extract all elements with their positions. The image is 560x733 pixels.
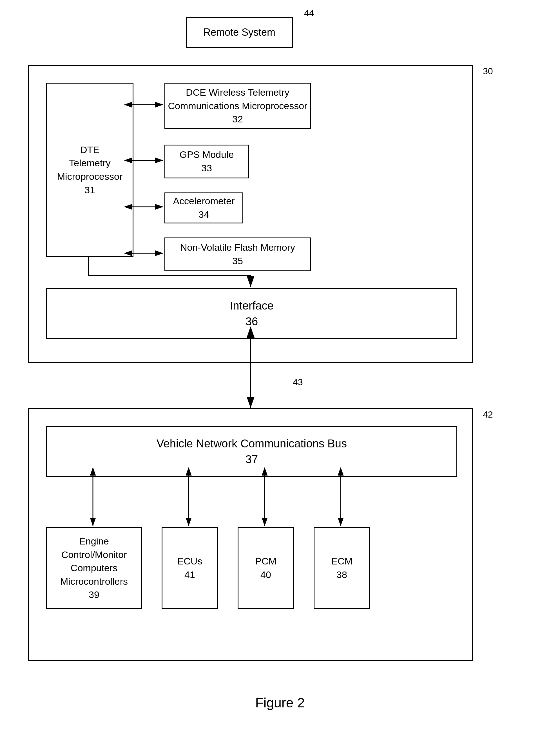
dce-line3: 32 (168, 113, 307, 126)
nvfm-box: Non-Volatile Flash Memory 35 (164, 238, 311, 271)
engine-label: Engine Control/Monitor Computers Microco… (60, 535, 128, 602)
dte-line2: Telemetry (57, 157, 122, 170)
nvfm-label: Non-Volatile Flash Memory 35 (180, 241, 295, 268)
pcm-line1: PCM (255, 555, 276, 568)
dce-box: DCE Wireless Telemetry Communications Mi… (164, 83, 311, 129)
remote-system-label: Remote System (203, 26, 275, 38)
pcm-line2: 40 (255, 568, 276, 582)
nvfm-line1: Non-Volatile Flash Memory (180, 241, 295, 254)
vnc-line1: Vehicle Network Communications Bus (157, 435, 347, 451)
gps-label: GPS Module 33 (180, 148, 234, 175)
dte-line4: 31 (57, 184, 122, 197)
accel-line2: 34 (173, 208, 235, 222)
ecm-label: ECM 38 (331, 555, 352, 581)
vnc-line2: 37 (157, 451, 347, 467)
engine-line2: Control/Monitor (60, 548, 128, 562)
accel-label: Accelerometer 34 (173, 195, 235, 221)
interface-box: Interface 36 (46, 288, 457, 339)
accel-box: Accelerometer 34 (164, 193, 243, 224)
label-43: 43 (293, 377, 303, 387)
dte-box: DTE Telemetry Microprocessor 31 (46, 83, 133, 257)
ecus-box: ECUs 41 (162, 527, 218, 609)
ecus-line2: 41 (177, 568, 202, 582)
dte-label: DTE Telemetry Microprocessor 31 (57, 143, 122, 197)
dte-line1: DTE (57, 143, 122, 157)
engine-line3: Computers (60, 561, 128, 575)
engine-box: Engine Control/Monitor Computers Microco… (46, 527, 142, 609)
vnc-label: Vehicle Network Communications Bus 37 (157, 435, 347, 467)
dce-line2: Communications Microprocessor (168, 99, 307, 113)
ecus-line1: ECUs (177, 555, 202, 568)
main-box-42: Vehicle Network Communications Bus 37 En… (28, 408, 473, 661)
dce-line1: DCE Wireless Telemetry (168, 86, 307, 99)
engine-line5: 39 (60, 588, 128, 602)
engine-line4: Microcontrollers (60, 575, 128, 588)
vnc-box: Vehicle Network Communications Bus 37 (46, 426, 457, 477)
label-30: 30 (483, 66, 493, 77)
ecm-line2: 38 (331, 568, 352, 582)
ecm-box: ECM 38 (314, 527, 370, 609)
interface-line1: Interface (230, 298, 274, 314)
main-box-30: DTE Telemetry Microprocessor 31 DCE Wire… (28, 65, 473, 363)
pcm-label: PCM 40 (255, 555, 276, 581)
gps-line2: 33 (180, 162, 234, 175)
interface-label: Interface 36 (230, 298, 274, 329)
dce-label: DCE Wireless Telemetry Communications Mi… (168, 86, 307, 126)
remote-system-box: Remote System (186, 17, 293, 48)
figure-label: Figure 2 (0, 695, 560, 710)
nvfm-line2: 35 (180, 254, 295, 268)
ecm-line1: ECM (331, 555, 352, 568)
accel-line1: Accelerometer (173, 195, 235, 208)
pcm-box: PCM 40 (238, 527, 294, 609)
ecus-label: ECUs 41 (177, 555, 202, 581)
dte-line3: Microprocessor (57, 170, 122, 184)
gps-box: GPS Module 33 (164, 145, 249, 178)
gps-line1: GPS Module (180, 148, 234, 162)
label-42: 42 (483, 409, 493, 420)
interface-line2: 36 (230, 314, 274, 329)
label-44: 44 (304, 8, 314, 18)
page-container: Remote System 44 DTE Telemetry Microproc… (0, 0, 560, 733)
engine-line1: Engine (60, 535, 128, 548)
